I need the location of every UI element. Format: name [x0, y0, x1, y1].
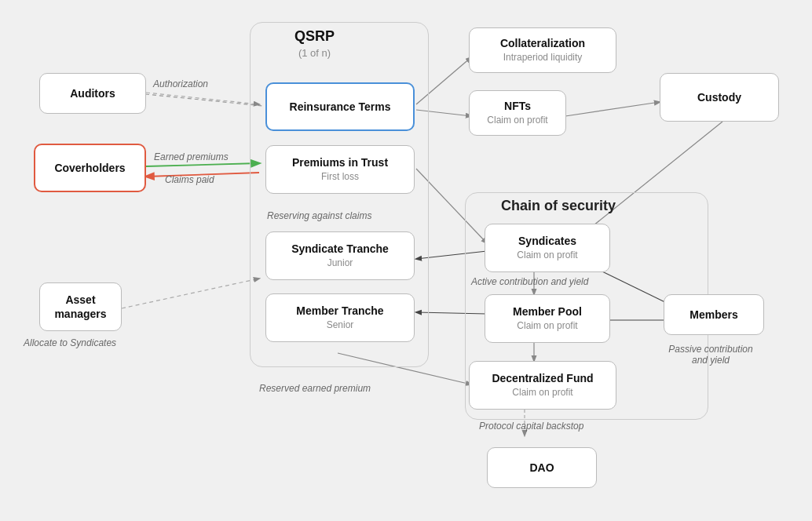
premiums-in-trust-node[interactable]: Premiums in Trust First loss	[265, 145, 415, 194]
svg-line-1	[146, 93, 259, 104]
claims-paid-label: Claims paid	[165, 174, 214, 185]
earned-premiums-label: Earned premiums	[154, 151, 229, 162]
syndicate-tranche-node[interactable]: Syndicate Tranche Junior	[265, 231, 415, 280]
dao-node[interactable]: DAO	[487, 447, 597, 488]
syndicates-node[interactable]: Syndicates Claim on profit	[485, 224, 610, 272]
nfts-node[interactable]: NFTs Claim on profit	[469, 90, 566, 136]
auditors-node[interactable]: Auditors	[39, 73, 146, 114]
passive-contribution-label: Passive contribution and yield	[660, 344, 762, 366]
svg-line-4	[122, 279, 259, 308]
members-node[interactable]: Members	[664, 294, 764, 335]
allocate-to-syndicates-label: Allocate to Syndicates	[24, 337, 116, 348]
chain-of-security-title: Chain of security	[501, 198, 616, 214]
member-tranche-node[interactable]: Member Tranche Senior	[265, 293, 415, 342]
protocol-capital-backstop-label: Protocol capital backstop	[479, 421, 583, 432]
coverholders-node[interactable]: Coverholders	[34, 144, 146, 192]
decentralized-fund-node[interactable]: Decentralized Fund Claim on profit	[469, 361, 616, 410]
authorization-label: Authorization	[153, 78, 208, 89]
reinsurance-terms-node[interactable]: Reinsurance Terms	[265, 82, 415, 131]
svg-line-0	[145, 94, 263, 106]
active-contribution-label: Active contribution and yield	[471, 276, 588, 287]
diagram: QSRP (1 of n) Reinsurance Terms Premiums…	[0, 0, 812, 521]
collateralization-node[interactable]: Collateralization Intraperiod liquidity	[469, 27, 616, 73]
member-pool-node[interactable]: Member Pool Claim on profit	[485, 294, 610, 343]
qsrp-title: QSRP (1 of n)	[294, 27, 335, 60]
reserved-earned-premium-label: Reserved earned premium	[259, 383, 371, 394]
svg-line-7	[565, 102, 660, 116]
reserving-against-claims-label: Reserving against claims	[267, 210, 371, 221]
asset-managers-node[interactable]: Asset managers	[39, 282, 122, 331]
svg-line-2	[146, 163, 259, 166]
custody-node[interactable]: Custody	[660, 73, 779, 122]
